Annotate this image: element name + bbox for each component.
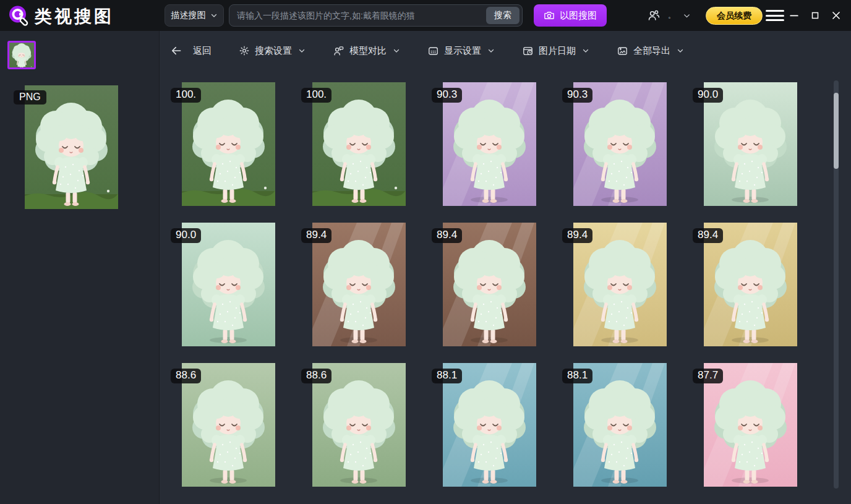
result-image[interactable]: 90.3 bbox=[443, 82, 536, 206]
result-image[interactable]: 87.7 bbox=[704, 363, 797, 487]
similarity-score-badge: 89.4 bbox=[432, 228, 462, 243]
image-search-label: 以图搜图 bbox=[560, 10, 597, 22]
export-all-dropdown[interactable]: 全部导出 bbox=[617, 45, 684, 57]
results-toolbar: 返回 搜索设置 模型对比 bbox=[160, 37, 684, 64]
app-window: 类视搜图 描述搜图 搜索 以图搜图 。 bbox=[0, 0, 851, 504]
display-settings-icon bbox=[427, 45, 439, 57]
result-image[interactable]: 89.4 bbox=[312, 223, 406, 346]
similarity-score-badge: 90.3 bbox=[562, 88, 592, 103]
image-date-label: 图片日期 bbox=[539, 45, 576, 57]
display-settings-dropdown[interactable]: 显示设置 bbox=[427, 45, 495, 57]
chevron-down-icon bbox=[393, 47, 400, 54]
result-image[interactable]: 89.4 bbox=[573, 223, 667, 346]
image-date-icon bbox=[522, 45, 534, 57]
result-image[interactable]: 100. bbox=[312, 82, 406, 206]
title-bar: 类视搜图 描述搜图 搜索 以图搜图 。 bbox=[0, 0, 851, 31]
chevron-down-icon bbox=[210, 12, 218, 19]
file-format-badge: PNG bbox=[14, 90, 46, 105]
hamburger-menu-icon[interactable] bbox=[766, 8, 784, 23]
export-all-label: 全部导出 bbox=[633, 45, 670, 57]
similarity-score-badge: 88.1 bbox=[562, 369, 592, 383]
similarity-score-badge: 88.1 bbox=[432, 369, 462, 383]
model-compare-dropdown[interactable]: 模型对比 bbox=[333, 45, 400, 57]
similarity-score-badge: 100. bbox=[171, 88, 201, 103]
result-image[interactable]: 88.6 bbox=[312, 363, 406, 487]
chevron-down-icon bbox=[298, 47, 306, 54]
similarity-score-badge: 90.0 bbox=[171, 228, 201, 243]
scrollbar-track[interactable] bbox=[834, 80, 839, 489]
account-menu[interactable]: 。 bbox=[647, 6, 691, 25]
chevron-down-icon bbox=[582, 47, 589, 54]
app-logo-icon bbox=[7, 4, 30, 27]
chevron-down-icon bbox=[683, 12, 691, 20]
query-thumbnail[interactable] bbox=[7, 41, 36, 69]
query-preview[interactable]: PNG bbox=[25, 85, 118, 209]
similarity-score-badge: 89.4 bbox=[562, 228, 592, 243]
results-panel: 返回 搜索设置 模型对比 bbox=[160, 31, 851, 504]
chevron-down-icon bbox=[677, 47, 684, 54]
display-settings-label: 显示设置 bbox=[444, 45, 481, 57]
account-name: 。 bbox=[668, 11, 675, 21]
image-date-dropdown[interactable]: 图片日期 bbox=[522, 45, 589, 57]
result-image[interactable]: 90.0 bbox=[704, 82, 797, 206]
query-thumbnail-image bbox=[9, 43, 34, 67]
result-image[interactable]: 88.1 bbox=[443, 363, 536, 487]
minimize-button[interactable] bbox=[787, 8, 802, 23]
search-input[interactable] bbox=[237, 11, 486, 20]
results-grid: 100. 100. 90.3 90.3 90.0 90.0 89.4 89.4 … bbox=[182, 82, 797, 487]
search-mode-label: 描述搜图 bbox=[171, 10, 206, 21]
image-search-button[interactable]: 以图搜图 bbox=[534, 4, 607, 27]
back-button[interactable]: 返回 bbox=[193, 45, 212, 57]
similarity-score-badge: 87.7 bbox=[693, 369, 723, 383]
sidebar: PNG bbox=[0, 31, 160, 504]
similarity-score-badge: 88.6 bbox=[301, 369, 331, 383]
back-arrow-icon[interactable] bbox=[170, 45, 182, 57]
membership-renew-button[interactable]: 会员续费 bbox=[706, 7, 763, 25]
similarity-score-badge: 89.4 bbox=[301, 228, 331, 243]
result-image[interactable]: 88.1 bbox=[573, 363, 667, 487]
app-title: 类视搜图 bbox=[35, 5, 114, 28]
model-compare-icon bbox=[333, 45, 344, 57]
result-image[interactable]: 88.6 bbox=[182, 363, 275, 487]
similarity-score-badge: 100. bbox=[301, 88, 331, 103]
search-mode-dropdown[interactable]: 描述搜图 bbox=[165, 4, 224, 27]
close-button[interactable] bbox=[829, 8, 844, 23]
users-icon bbox=[647, 9, 661, 22]
search-settings-label: 搜索设置 bbox=[255, 45, 292, 57]
result-image[interactable]: 89.4 bbox=[704, 223, 797, 346]
search-settings-dropdown[interactable]: 搜索设置 bbox=[239, 45, 306, 57]
search-button[interactable]: 搜索 bbox=[486, 7, 520, 24]
similarity-score-badge: 90.0 bbox=[693, 88, 723, 103]
similarity-score-badge: 89.4 bbox=[693, 228, 723, 243]
similarity-score-badge: 88.6 bbox=[171, 369, 201, 383]
result-image[interactable]: 90.0 bbox=[182, 223, 275, 346]
camera-icon bbox=[544, 10, 555, 21]
chevron-down-icon bbox=[487, 47, 495, 54]
scrollbar-thumb[interactable] bbox=[834, 93, 839, 169]
result-image[interactable]: 100. bbox=[182, 82, 275, 206]
gear-icon bbox=[239, 45, 250, 56]
similarity-score-badge: 90.3 bbox=[432, 88, 462, 103]
export-all-icon bbox=[617, 45, 628, 57]
result-image[interactable]: 90.3 bbox=[573, 82, 667, 206]
maximize-button[interactable] bbox=[808, 8, 823, 23]
result-image[interactable]: 89.4 bbox=[443, 223, 536, 346]
search-bar: 搜索 bbox=[229, 4, 523, 27]
model-compare-label: 模型对比 bbox=[349, 45, 387, 57]
